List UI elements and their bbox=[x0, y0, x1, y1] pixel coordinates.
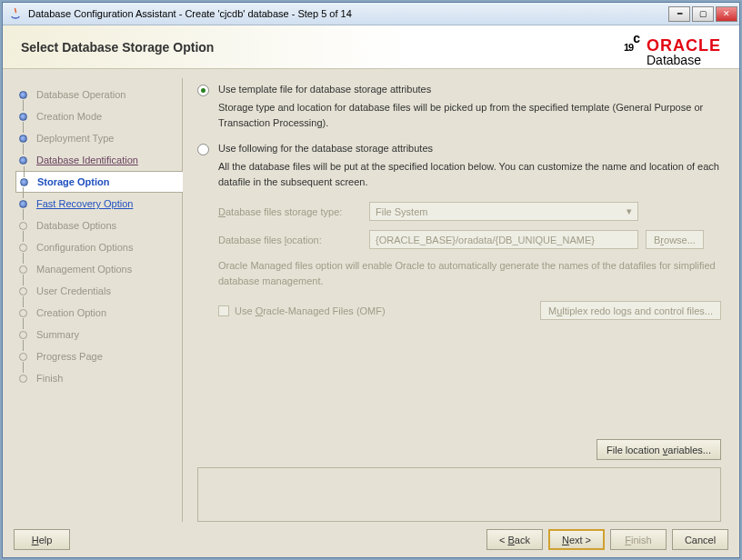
step-dot-icon bbox=[19, 309, 27, 317]
next-button[interactable]: Next > bbox=[548, 529, 605, 550]
step-creation-option: Creation Option bbox=[15, 302, 178, 324]
option-template[interactable]: Use template file for database storage a… bbox=[197, 84, 721, 96]
storage-form: Database files storage type: File System… bbox=[218, 202, 721, 320]
window-title: Database Configuration Assistant - Creat… bbox=[28, 8, 668, 19]
step-label: Creation Option bbox=[36, 307, 106, 318]
close-button[interactable]: ✕ bbox=[716, 6, 737, 22]
help-button[interactable]: Help bbox=[14, 529, 70, 550]
step-deployment-type: Deployment Type bbox=[15, 127, 178, 149]
step-label: Fast Recovery Option bbox=[36, 198, 133, 209]
step-label: Management Options bbox=[36, 264, 132, 275]
storage-type-label: Database files storage type: bbox=[218, 206, 362, 217]
step-dot-icon bbox=[19, 287, 27, 295]
step-database-identification[interactable]: Database Identification bbox=[15, 149, 178, 171]
step-user-credentials: User Credentials bbox=[15, 280, 178, 302]
step-label: Progress Page bbox=[36, 351, 103, 362]
step-label: User Credentials bbox=[36, 285, 111, 296]
step-dot-icon bbox=[19, 222, 27, 230]
step-label: Database Operation bbox=[36, 89, 125, 100]
omf-checkbox: Use Oracle-Managed Files (OMF) bbox=[218, 305, 386, 316]
storage-type-combo: File System bbox=[369, 202, 638, 221]
step-label: Database Options bbox=[36, 220, 116, 231]
step-configuration-options: Configuration Options bbox=[15, 236, 178, 258]
step-storage-option: Storage Option bbox=[15, 171, 183, 193]
radio-icon[interactable] bbox=[197, 85, 209, 96]
titlebar: Database Configuration Assistant - Creat… bbox=[3, 3, 739, 25]
wizard-footer: Help < Back Next > Finish Cancel bbox=[3, 522, 739, 557]
step-dot-icon bbox=[19, 375, 27, 383]
finish-button: Finish bbox=[610, 529, 667, 550]
page-title: Select Database Storage Option bbox=[21, 40, 214, 55]
step-label: Database Identification bbox=[36, 155, 138, 165]
checkbox-icon bbox=[218, 305, 229, 316]
step-dot-icon bbox=[19, 244, 27, 252]
wizard-steps: Database OperationCreation ModeDeploymen… bbox=[12, 78, 183, 522]
step-progress-page: Progress Page bbox=[15, 345, 178, 367]
step-fast-recovery-option[interactable]: Fast Recovery Option bbox=[15, 193, 178, 215]
step-creation-mode: Creation Mode bbox=[15, 105, 178, 127]
wizard-window: Database Configuration Assistant - Creat… bbox=[2, 2, 740, 558]
step-database-operation: Database Operation bbox=[15, 84, 178, 105]
cancel-button[interactable]: Cancel bbox=[672, 529, 728, 550]
step-label: Deployment Type bbox=[36, 133, 114, 144]
maximize-button[interactable]: ▢ bbox=[692, 6, 714, 22]
radio-icon[interactable] bbox=[197, 144, 209, 155]
browse-button: Browse... bbox=[646, 230, 704, 249]
step-dot-icon bbox=[19, 200, 27, 208]
file-location-variables-button[interactable]: File location variables... bbox=[597, 439, 721, 460]
step-label: Storage Option bbox=[37, 176, 109, 187]
option-following-desc: All the database files will be put at th… bbox=[218, 159, 721, 189]
step-dot-icon bbox=[19, 135, 27, 143]
step-label: Configuration Options bbox=[36, 242, 133, 253]
step-label: Creation Mode bbox=[36, 111, 102, 122]
step-dot-icon bbox=[20, 178, 28, 186]
step-dot-icon bbox=[19, 156, 27, 165]
step-finish: Finish bbox=[15, 367, 178, 389]
wizard-header: Select Database Storage Option 19c ORACL… bbox=[3, 25, 739, 69]
step-dot-icon bbox=[19, 113, 27, 121]
option-template-desc: Storage type and location for database f… bbox=[218, 100, 721, 130]
brand-logo: 19c ORACLE Database bbox=[624, 28, 721, 66]
message-area bbox=[197, 467, 721, 522]
step-dot-icon bbox=[19, 91, 27, 99]
step-summary: Summary bbox=[15, 324, 178, 345]
option-following[interactable]: Use following for the database storage a… bbox=[197, 143, 721, 155]
multiplex-button: Multiplex redo logs and control files... bbox=[540, 301, 721, 320]
files-location-input: {ORACLE_BASE}/oradata/{DB_UNIQUE_NAME} bbox=[369, 230, 638, 249]
step-label: Finish bbox=[36, 373, 63, 384]
files-location-label: Database files location: bbox=[218, 235, 362, 245]
minimize-button[interactable]: ━ bbox=[668, 6, 690, 22]
step-dot-icon bbox=[19, 353, 27, 361]
step-dot-icon bbox=[19, 331, 27, 339]
back-button[interactable]: < Back bbox=[486, 529, 543, 550]
step-management-options: Management Options bbox=[15, 258, 178, 280]
step-dot-icon bbox=[19, 265, 27, 274]
main-panel: Use template file for database storage a… bbox=[183, 78, 730, 522]
step-label: Summary bbox=[36, 329, 79, 340]
step-database-options: Database Options bbox=[15, 215, 178, 236]
java-icon bbox=[8, 6, 23, 21]
omf-note: Oracle Managed files option will enable … bbox=[218, 258, 721, 288]
